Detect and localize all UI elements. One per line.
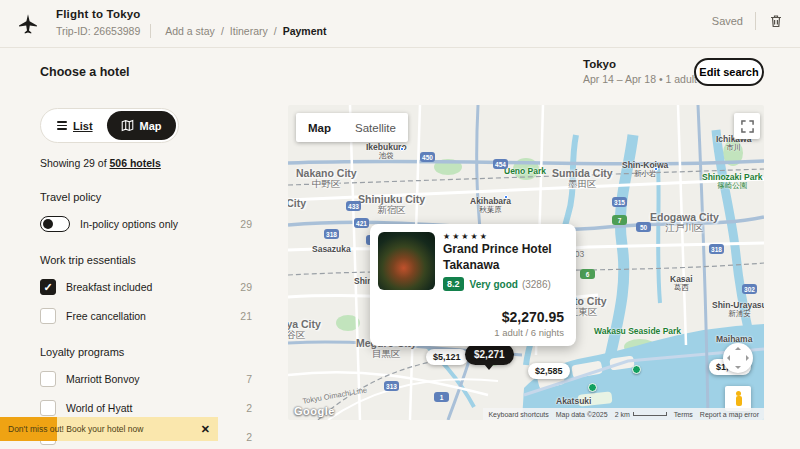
pegman-icon xyxy=(734,391,742,407)
promo-banner-text: Don't miss out! Book your hotel now xyxy=(8,424,143,434)
filters-sidebar: List Map Showing 29 of 506 hotels Travel… xyxy=(40,108,252,449)
map-label-wakasu-park: Wakasu Seaside Park xyxy=(594,327,681,336)
station-marker xyxy=(654,167,658,171)
essentials-heading: Work trip essentials xyxy=(40,254,252,266)
breadcrumb-itinerary[interactable]: Itinerary xyxy=(230,25,268,37)
hotel-price: $2,270.95 xyxy=(502,309,564,325)
map-label-shinkoiwa: Shin-Koiwa新小岩 xyxy=(622,161,668,179)
hotel-map[interactable]: Ikebukuro池袋 Nakano City中野区 Shinjuku City… xyxy=(288,105,764,420)
destination-label: Tokyo xyxy=(583,58,697,70)
report-map-error-link[interactable]: Report a map error xyxy=(700,411,759,418)
map-label-nakano: Nakano City中野区 xyxy=(296,167,357,190)
trip-info: Flight to Tokyo Trip-ID: 26653989 Add a … xyxy=(56,8,330,38)
route-shield: 318 xyxy=(709,244,724,254)
map-label-sumida: Sumida City墨田区 xyxy=(552,167,613,190)
hotel-name: Grand Prince Hotel Takanawa xyxy=(443,241,571,273)
breadcrumb-payment[interactable]: Payment xyxy=(283,25,327,37)
breadcrumb-add-a-stay[interactable]: Add a stay xyxy=(165,25,215,37)
pan-control[interactable] xyxy=(723,343,753,373)
reviews-count: (3286) xyxy=(522,279,551,290)
hotel-price-meta: 1 adult / 6 nights xyxy=(494,327,564,338)
list-view-button[interactable]: List xyxy=(43,111,107,140)
airplane-icon xyxy=(16,12,40,36)
keyboard-shortcuts-link[interactable]: Keyboard shortcuts xyxy=(488,411,548,418)
map-label-setagaya: Setagaya City世田谷区 xyxy=(288,318,321,341)
map-scale: 2 km xyxy=(615,411,667,418)
route-shield: 50 xyxy=(636,222,651,232)
hotels-count-link[interactable]: 506 hotels xyxy=(109,157,160,169)
map-label-shinozaki-park: Shinozaki Park篠崎公園 xyxy=(702,173,762,191)
promo-banner: Don't miss out! Book your hotel now ✕ xyxy=(0,417,218,441)
route-shield: 421 xyxy=(354,218,369,228)
in-policy-count: 29 xyxy=(240,218,252,230)
map-label-kasai: Kasai葛西 xyxy=(670,275,693,293)
in-policy-label: In-policy options only xyxy=(80,218,178,230)
station-marker xyxy=(504,195,508,199)
map-icon xyxy=(121,119,134,132)
map-label-akihabara: Akihabara秋葉原 xyxy=(470,197,511,215)
results-count: Showing 29 of 506 hotels xyxy=(40,157,252,169)
hotel-card[interactable]: ★★★★★ Grand Prince Hotel Takanawa 8.2 Ve… xyxy=(370,224,576,346)
hyatt-checkbox[interactable] xyxy=(40,400,56,416)
trash-icon[interactable] xyxy=(768,13,784,29)
map-attribution: Keyboard shortcuts Map data ©2025 2 km T… xyxy=(483,408,764,420)
close-icon[interactable]: ✕ xyxy=(201,423,210,436)
terms-link[interactable]: Terms xyxy=(674,411,693,418)
route-shield: 433 xyxy=(346,201,361,211)
rating-badge: 8.2 xyxy=(443,277,464,291)
map-view-button[interactable]: Map xyxy=(107,111,176,140)
map-label-sasazuka: Sasazuka xyxy=(312,245,351,254)
edit-search-button[interactable]: Edit search xyxy=(694,58,764,86)
google-logo: Google xyxy=(294,405,335,417)
price-marker[interactable]: $5,121 xyxy=(426,349,468,365)
station-marker xyxy=(400,147,404,151)
fullscreen-button[interactable] xyxy=(734,113,760,139)
route-shield: 313 xyxy=(384,381,399,391)
trip-id: Trip-ID: 26653989 xyxy=(56,25,140,37)
page-title: Choose a hotel xyxy=(40,65,130,79)
map-label-shinurayasu: Shin-Urayasu新浦安 xyxy=(712,301,764,319)
top-bar: Flight to Tokyo Trip-ID: 26653989 Add a … xyxy=(0,0,800,48)
poi-marker xyxy=(632,365,641,374)
map-type-control: Map Satellite xyxy=(296,113,408,142)
route-shield: 454 xyxy=(493,159,508,169)
map-label-akatsuki: Akatsuki xyxy=(556,397,591,406)
map-label-ueno-park: Ueno Park xyxy=(504,167,546,176)
hotel-search-page: Flight to Tokyo Trip-ID: 26653989 Add a … xyxy=(0,0,800,449)
map-data-label: Map data ©2025 xyxy=(556,411,608,418)
route-shield: 1 xyxy=(434,392,449,402)
saved-status: Saved xyxy=(712,15,743,27)
pan-left-icon xyxy=(727,355,730,361)
breadcrumb-separator: / xyxy=(274,25,277,37)
hotel-stars: ★★★★★ xyxy=(443,232,489,241)
loyalty-heading: Loyalty programs xyxy=(40,346,252,358)
route-shield: 7 xyxy=(612,215,627,225)
list-icon xyxy=(57,121,67,130)
map-type-map-button[interactable]: Map xyxy=(296,113,343,142)
free-cancellation-checkbox[interactable] xyxy=(40,308,56,324)
route-shield: 318 xyxy=(324,229,339,239)
filter-row-free-cancellation: Free cancellation 21 xyxy=(40,308,252,324)
in-policy-toggle[interactable] xyxy=(40,216,70,232)
map-label-edogawa: Edogawa City江戸川区 xyxy=(650,211,719,234)
view-toggle: List Map xyxy=(40,108,179,143)
route-shield: 302 xyxy=(742,284,757,294)
breakfast-checkbox[interactable] xyxy=(40,279,56,295)
map-label-shinjuku: Shinjuku City新宿区 xyxy=(358,193,425,216)
divider xyxy=(150,24,151,38)
route-shield: 6 xyxy=(580,269,595,279)
hotel-photo xyxy=(378,232,435,290)
travel-policy-heading: Travel policy xyxy=(40,191,252,203)
breadcrumb-separator: / xyxy=(221,25,224,37)
price-marker-selected[interactable]: $2,271 xyxy=(465,344,514,365)
price-marker[interactable]: $2,585 xyxy=(528,363,570,379)
rating-label: Very good xyxy=(470,279,518,290)
divider xyxy=(755,12,756,30)
poi-marker xyxy=(588,383,597,392)
marriott-checkbox[interactable] xyxy=(40,371,56,387)
search-summary: Tokyo Apr 14 – Apr 18 • 1 adult xyxy=(583,58,697,85)
in-policy-filter-row: In-policy options only 29 xyxy=(40,216,252,232)
map-type-satellite-button[interactable]: Satellite xyxy=(343,113,408,142)
filter-row-marriott: Marriott Bonvoy 7 xyxy=(40,371,252,387)
dates-occupancy-label: Apr 14 – Apr 18 • 1 adult xyxy=(583,73,697,85)
